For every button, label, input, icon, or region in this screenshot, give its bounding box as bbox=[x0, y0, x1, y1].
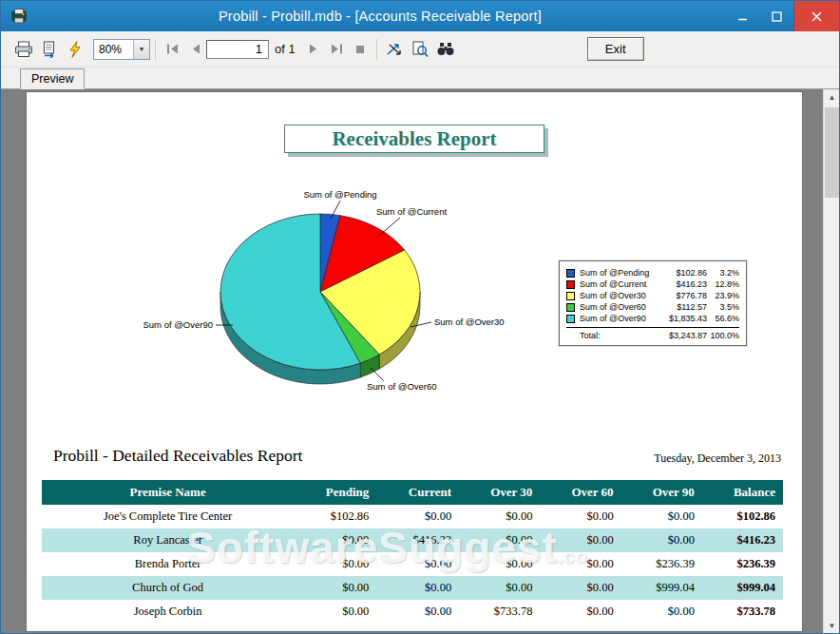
legend-label: Sum of @Current bbox=[580, 279, 658, 290]
table-row: Roy Lancaster $0.00 $416.23 $0.00 $0.00 … bbox=[42, 528, 783, 552]
report-body: Probill - Detailed Receivables Report Tu… bbox=[42, 446, 783, 624]
legend-row: Sum of @Over60 $112.57 3.5% bbox=[566, 301, 739, 313]
cell-current: $0.00 bbox=[376, 505, 459, 528]
app-icon bbox=[10, 8, 28, 25]
previous-page-button[interactable] bbox=[183, 36, 206, 62]
pie-label-over60: Sum of @Over60 bbox=[367, 381, 437, 392]
report-heading-row: Probill - Detailed Receivables Report Tu… bbox=[42, 446, 783, 466]
cell-current: $0.00 bbox=[376, 552, 459, 576]
legend-total-value: $3,243.87 bbox=[658, 330, 707, 341]
export-icon bbox=[41, 41, 58, 58]
minimize-button[interactable] bbox=[725, 1, 759, 31]
printer-icon bbox=[14, 41, 33, 58]
cell-over90: $236.39 bbox=[621, 552, 702, 576]
col-header-premise: Premise Name bbox=[42, 480, 294, 505]
vertical-scrollbar[interactable]: ▲ ▼ bbox=[823, 89, 839, 634]
cell-premise: Church of God bbox=[42, 576, 294, 600]
legend-swatch-over60 bbox=[566, 303, 575, 312]
export-button[interactable] bbox=[36, 36, 62, 62]
legend-swatch-over90 bbox=[566, 315, 575, 323]
col-header-balance: Balance bbox=[702, 480, 783, 505]
report-page: Receivables Report Sum of @Pending Sum o… bbox=[26, 91, 803, 632]
maximize-icon bbox=[772, 11, 782, 22]
legend-value: $416.23 bbox=[658, 279, 707, 290]
legend-row: Sum of @Pending $102.86 3.2% bbox=[566, 267, 739, 279]
pie-label-over90: Sum of @Over90 bbox=[143, 319, 213, 330]
cell-over60: $0.00 bbox=[540, 576, 620, 600]
legend-swatch-current bbox=[566, 280, 575, 289]
legend-percent: 3.5% bbox=[707, 301, 739, 313]
legend-swatch-pending bbox=[566, 269, 575, 278]
scroll-up-button[interactable]: ▲ bbox=[824, 89, 839, 106]
cell-current: $0.00 bbox=[376, 600, 459, 624]
table-row: Brenda Porter $0.00 $0.00 $0.00 $0.00 $2… bbox=[42, 552, 783, 576]
first-page-button[interactable] bbox=[161, 36, 183, 62]
binoculars-icon bbox=[436, 42, 455, 56]
stop-button[interactable] bbox=[349, 36, 372, 62]
drill-down-button[interactable] bbox=[382, 36, 408, 62]
minimize-icon bbox=[737, 11, 748, 22]
cell-over30: $0.00 bbox=[459, 552, 540, 576]
zoom-value: 80% bbox=[94, 43, 133, 56]
page-number-input[interactable] bbox=[206, 40, 269, 59]
legend-row: Sum of @Over90 $1,835.43 56.6% bbox=[566, 313, 739, 324]
cell-pending: $0.00 bbox=[294, 600, 376, 624]
cell-balance: $102.86 bbox=[702, 505, 783, 528]
table-row: Joe's Complete Tire Center $102.86 $0.00… bbox=[42, 505, 783, 528]
receivables-table: Premise Name Pending Current Over 30 Ove… bbox=[42, 480, 783, 624]
last-page-icon bbox=[330, 43, 344, 55]
legend-percent: 23.9% bbox=[707, 290, 739, 301]
stop-icon bbox=[354, 44, 366, 55]
report-title: Receivables Report bbox=[332, 127, 496, 150]
cell-balance: $733.78 bbox=[702, 600, 783, 624]
cell-over90: $0.00 bbox=[621, 505, 702, 528]
report-heading: Probill - Detailed Receivables Report bbox=[53, 446, 302, 466]
app-window: Probill - Probill.mdb - [Accounts Receiv… bbox=[0, 0, 840, 634]
legend-label: Sum of @Over90 bbox=[580, 313, 658, 324]
cell-over30: $0.00 bbox=[459, 528, 540, 552]
page-total-label: of 1 bbox=[275, 42, 296, 56]
legend-percent: 56.6% bbox=[707, 313, 739, 324]
close-icon bbox=[811, 11, 822, 22]
cell-over60: $0.00 bbox=[540, 552, 620, 576]
toolbar-separator bbox=[376, 39, 377, 60]
maximize-button[interactable] bbox=[759, 1, 793, 31]
report-title-box: Receivables Report bbox=[284, 125, 544, 153]
cell-pending: $0.00 bbox=[294, 552, 376, 576]
titlebar: Probill - Probill.mdb - [Accounts Receiv… bbox=[1, 1, 839, 31]
cell-over60: $0.00 bbox=[540, 528, 620, 552]
next-page-button[interactable] bbox=[303, 36, 326, 62]
cell-over90: $0.00 bbox=[621, 528, 702, 552]
close-button[interactable] bbox=[793, 1, 839, 31]
zoom-page-button[interactable] bbox=[408, 36, 433, 62]
preview-area: Receivables Report Sum of @Pending Sum o… bbox=[1, 89, 839, 634]
cell-over30: $0.00 bbox=[459, 505, 540, 528]
cell-over90: $0.00 bbox=[621, 600, 702, 624]
crossed-arrows-icon bbox=[386, 42, 403, 57]
exit-button[interactable]: Exit bbox=[587, 37, 644, 61]
table-row: Church of God $0.00 $0.00 $0.00 $0.00 $9… bbox=[42, 576, 783, 600]
legend-value: $112.57 bbox=[658, 301, 707, 313]
print-button[interactable] bbox=[10, 36, 36, 62]
zoom-combobox[interactable]: 80% ▼ bbox=[93, 39, 150, 60]
chevron-down-icon[interactable]: ▼ bbox=[133, 40, 149, 59]
cell-pending: $0.00 bbox=[294, 528, 376, 552]
legend-label: Sum of @Pending bbox=[580, 267, 658, 279]
toolbar-separator bbox=[155, 39, 156, 60]
chart-legend: Sum of @Pending $102.86 3.2% Sum of @Cur… bbox=[559, 260, 747, 346]
cell-over60: $0.00 bbox=[540, 505, 620, 528]
last-page-button[interactable] bbox=[326, 36, 349, 62]
scroll-down-button[interactable]: ▼ bbox=[824, 618, 839, 634]
toolbar: 80% ▼ of 1 bbox=[1, 31, 839, 67]
cell-over30: $733.78 bbox=[459, 600, 540, 624]
report-date: Tuesday, December 3, 2013 bbox=[654, 451, 781, 466]
magnifier-page-icon bbox=[411, 41, 429, 58]
find-button[interactable] bbox=[433, 36, 459, 62]
col-header-current: Current bbox=[376, 480, 459, 505]
next-page-icon bbox=[308, 43, 320, 55]
refresh-button[interactable] bbox=[62, 36, 87, 62]
scrollbar-thumb[interactable] bbox=[825, 107, 839, 198]
tab-preview[interactable]: Preview bbox=[20, 68, 85, 89]
legend-percent: 12.8% bbox=[707, 279, 739, 290]
cell-premise: Joe's Complete Tire Center bbox=[42, 505, 294, 528]
